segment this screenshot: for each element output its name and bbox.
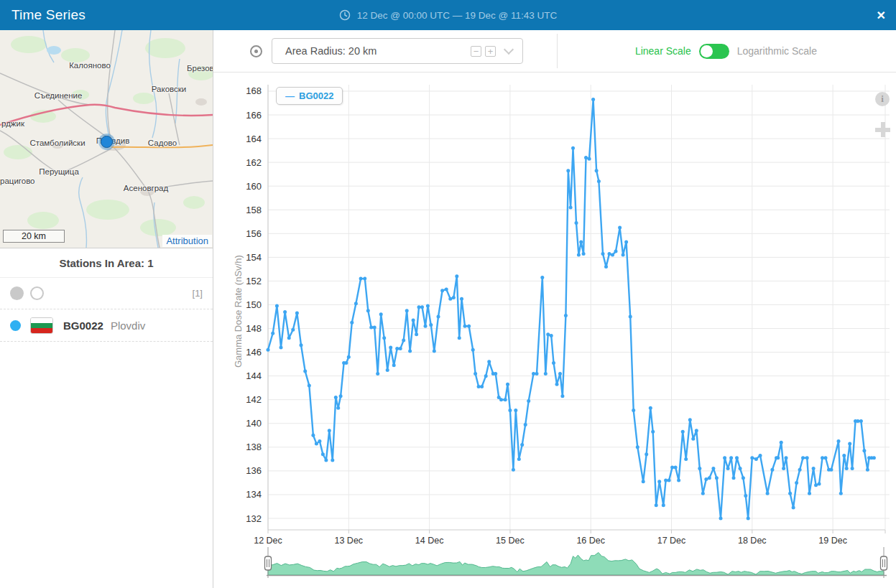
date-range-display: 12 Dec @ 00:00 UTC — 19 Dec @ 11:43 UTC <box>0 0 896 30</box>
svg-text:152: 152 <box>246 276 262 286</box>
svg-text:14 Dec: 14 Dec <box>415 536 444 546</box>
svg-text:154: 154 <box>246 252 262 263</box>
info-icon[interactable]: i <box>875 92 890 106</box>
chevron-down-icon[interactable] <box>504 45 514 55</box>
area-radius-label: Area Radius: 20 km <box>285 45 377 57</box>
map-place-label: Съединение <box>34 91 83 100</box>
map-scale-bar: 20 km <box>3 230 65 243</box>
filter-none-toggle[interactable] <box>30 286 44 300</box>
map-place-label: Садово <box>148 139 177 147</box>
map-place-label: Раковски <box>152 85 186 93</box>
mini-map[interactable]: КалояновоБрезовоРаковскиСъединениерджикС… <box>0 30 213 248</box>
legend-series-name: BG0022 <box>299 90 333 101</box>
svg-text:12 Dec: 12 Dec <box>254 536 282 546</box>
y-axis-title: Gamma Dose Rate (nSv/h) <box>233 255 244 368</box>
svg-text:136: 136 <box>246 465 262 476</box>
svg-text:162: 162 <box>246 157 262 168</box>
station-code: BG0022 <box>63 319 103 332</box>
station-list-item[interactable]: BG0022 Plovdiv <box>0 309 213 342</box>
svg-text:19 Dec: 19 Dec <box>818 536 847 546</box>
map-place-label: Брезово <box>187 64 213 73</box>
series-line <box>267 98 876 520</box>
svg-text:148: 148 <box>246 323 262 334</box>
filter-all-toggle[interactable] <box>10 286 24 300</box>
area-radius-select[interactable]: Area Radius: 20 km − + <box>272 38 523 64</box>
page-title: Time Series <box>11 7 86 23</box>
svg-text:16 Dec: 16 Dec <box>576 536 605 546</box>
zoom-in-icon[interactable] <box>875 122 890 137</box>
stations-heading: Stations In Area: 1 <box>0 248 213 278</box>
navigator-area <box>268 553 884 576</box>
map-place-label: рджик <box>1 119 24 128</box>
station-color-dot <box>10 320 21 331</box>
navigator <box>265 547 887 578</box>
svg-text:138: 138 <box>246 442 262 452</box>
svg-text:140: 140 <box>246 418 262 429</box>
map-place-label: Стамболийски <box>29 139 85 147</box>
svg-text:13 Dec: 13 Dec <box>334 536 363 546</box>
station-count-badge: [1] <box>193 288 203 299</box>
date-range-text: 12 Dec @ 00:00 UTC — 19 Dec @ 11:43 UTC <box>357 10 558 21</box>
chart-legend[interactable]: — BG0022 <box>276 87 343 105</box>
close-icon[interactable]: ✕ <box>877 0 886 30</box>
sidebar: КалояновоБрезовоРаковскиСъединениерджикС… <box>0 30 213 588</box>
svg-text:134: 134 <box>246 489 262 500</box>
svg-text:132: 132 <box>246 513 262 524</box>
svg-text:168: 168 <box>246 85 262 96</box>
axes <box>268 85 885 533</box>
map-place-label: Перущица <box>39 167 79 176</box>
map-scale-label: 20 km <box>22 231 46 241</box>
map-place-label: рацигово <box>0 177 35 185</box>
station-filter-row: [1] <box>0 278 213 309</box>
svg-text:17 Dec: 17 Dec <box>657 536 686 546</box>
clock-icon <box>339 9 351 21</box>
station-marker[interactable] <box>101 136 113 148</box>
radius-decrease-button[interactable]: − <box>471 46 481 57</box>
logarithmic-scale-label[interactable]: Logarithmic Scale <box>737 45 817 57</box>
svg-text:15 Dec: 15 Dec <box>496 536 525 546</box>
toolbar: Area Radius: 20 km − + Linear Scale Loga… <box>213 30 896 73</box>
linear-scale-label[interactable]: Linear Scale <box>635 45 691 57</box>
chart-area: 1321341361381401421441461481501521541561… <box>213 72 896 588</box>
svg-text:156: 156 <box>246 228 262 239</box>
area-target-icon <box>250 45 262 57</box>
svg-text:166: 166 <box>246 110 262 121</box>
toggle-knob <box>701 45 713 57</box>
app-header: Time Series 12 Dec @ 00:00 UTC — 19 Dec … <box>0 0 896 30</box>
svg-text:142: 142 <box>246 394 262 405</box>
main-panel: Area Radius: 20 km − + Linear Scale Loga… <box>213 30 896 588</box>
toolbar-divider <box>557 34 558 68</box>
legend-line-swatch: — <box>285 90 295 101</box>
svg-text:158: 158 <box>246 205 262 215</box>
map-place-label: Калояново <box>69 61 111 70</box>
svg-text:160: 160 <box>246 181 262 192</box>
svg-text:146: 146 <box>246 347 262 358</box>
scale-toggle-group: Linear Scale Logarithmic Scale <box>635 30 817 72</box>
svg-text:150: 150 <box>246 299 262 310</box>
svg-text:144: 144 <box>246 370 262 381</box>
station-name: Plovdiv <box>111 319 145 332</box>
svg-text:164: 164 <box>246 134 262 144</box>
map-place-label: Асеновград <box>124 184 168 192</box>
timeseries-chart[interactable]: 1321341361381401421441461481501521541561… <box>213 72 896 588</box>
axis-labels: 1321341361381401421441461481501521541561… <box>246 85 847 546</box>
radius-increase-button[interactable]: + <box>485 46 496 57</box>
bulgaria-flag-icon <box>30 317 53 334</box>
map-attribution-link[interactable]: Attribution <box>162 235 212 247</box>
map-lake <box>47 46 61 55</box>
svg-text:18 Dec: 18 Dec <box>738 536 767 546</box>
gridlines <box>268 85 890 530</box>
scale-toggle[interactable] <box>699 44 729 59</box>
